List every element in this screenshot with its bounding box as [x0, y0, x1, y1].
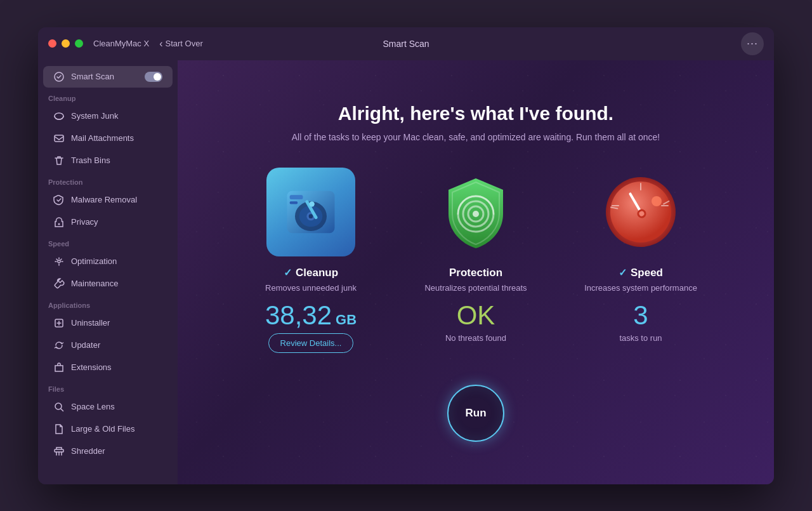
- cleanup-label: ✓ Cleanup: [284, 267, 338, 279]
- uninstaller-label: Uninstaller: [71, 318, 110, 328]
- sidebar-item-space-lens[interactable]: Space Lens: [43, 396, 173, 418]
- mail-attachments-icon: [53, 133, 65, 144]
- nav-back-label: Start Over: [165, 39, 202, 48]
- sidebar: Smart Scan Cleanup System Junk: [38, 60, 178, 484]
- shredder-label: Shredder: [71, 446, 105, 456]
- system-junk-label: System Junk: [71, 111, 118, 121]
- app-title: CleanMyMac X: [93, 39, 149, 48]
- speed-value-row: 3: [633, 300, 648, 333]
- large-old-files-label: Large & Old Files: [71, 424, 134, 434]
- sidebar-item-shredder[interactable]: Shredder: [43, 441, 173, 462]
- smart-scan-toggle[interactable]: [145, 72, 162, 82]
- maintenance-label: Maintenance: [71, 279, 118, 288]
- svg-point-14: [309, 214, 313, 218]
- space-lens-icon: [53, 401, 65, 413]
- protection-value-row: OK: [457, 300, 495, 333]
- section-protection: Protection: [38, 172, 178, 189]
- section-cleanup: Cleanup: [38, 88, 178, 105]
- svg-point-22: [473, 211, 479, 217]
- nav-back-button[interactable]: ‹ Start Over: [159, 38, 203, 50]
- sidebar-item-maintenance[interactable]: Maintenance: [43, 273, 173, 295]
- svg-point-6: [58, 260, 60, 263]
- sidebar-item-updater[interactable]: Updater: [43, 335, 173, 356]
- cleanup-value-row: 38,32 GB: [265, 300, 357, 333]
- updater-label: Updater: [71, 340, 100, 350]
- cleanup-checkmark: ✓: [284, 267, 292, 279]
- titlebar: CleanMyMac X ‹ Start Over Smart Scan ···: [38, 27, 774, 60]
- more-options-button[interactable]: ···: [741, 32, 764, 55]
- system-junk-icon: [53, 110, 65, 122]
- minimize-button[interactable]: [62, 39, 70, 48]
- review-details-button[interactable]: Review Details...: [268, 333, 354, 353]
- close-button[interactable]: [48, 39, 56, 48]
- smart-scan-icon: [53, 71, 65, 83]
- cleanup-card-icon: [266, 168, 355, 256]
- main-content-area: Alright, here's what I've found. All of …: [178, 60, 774, 484]
- sidebar-item-privacy[interactable]: Privacy: [43, 211, 173, 233]
- svg-point-3: [58, 223, 60, 225]
- svg-point-16: [310, 201, 315, 206]
- titlebar-center-title: Smart Scan: [383, 39, 429, 49]
- speed-status: tasks to run: [619, 333, 662, 343]
- protection-card-icon: [431, 168, 520, 256]
- content-area: Smart Scan Cleanup System Junk: [38, 60, 774, 484]
- mail-attachments-label: Mail Attachments: [71, 133, 134, 143]
- protection-label: Protection: [449, 267, 502, 279]
- main-window: CleanMyMac X ‹ Start Over Smart Scan ···…: [38, 27, 774, 484]
- updater-icon: [53, 340, 65, 351]
- malware-removal-label: Malware Removal: [71, 195, 137, 204]
- uninstaller-icon: [53, 317, 65, 329]
- speed-card: ✓ Speed Increases system performance 3 t…: [571, 168, 710, 343]
- privacy-label: Privacy: [71, 217, 98, 227]
- svg-point-33: [652, 196, 662, 206]
- cleanup-card: ✓ Cleanup Removes unneeded junk 38,32 GB…: [241, 168, 381, 353]
- maximize-button[interactable]: [75, 39, 83, 48]
- speed-card-icon: [596, 168, 685, 256]
- sidebar-item-extensions[interactable]: Extensions: [43, 357, 173, 378]
- optimization-icon: [53, 256, 65, 267]
- space-lens-label: Space Lens: [71, 402, 115, 411]
- cleanup-value: 38,32: [265, 300, 332, 331]
- cards-row: ✓ Cleanup Removes unneeded junk 38,32 GB…: [241, 168, 710, 353]
- sidebar-item-malware-removal[interactable]: Malware Removal: [43, 189, 173, 211]
- svg-rect-18: [290, 201, 298, 204]
- svg-rect-17: [290, 195, 303, 199]
- sidebar-item-uninstaller[interactable]: Uninstaller: [43, 312, 173, 334]
- maintenance-icon: [53, 278, 65, 289]
- svg-line-5: [61, 259, 62, 260]
- sidebar-item-optimization[interactable]: Optimization: [43, 251, 173, 272]
- trash-bins-icon: [53, 155, 65, 166]
- sidebar-item-trash-bins[interactable]: Trash Bins: [43, 150, 173, 171]
- section-speed: Speed: [38, 234, 178, 250]
- smart-scan-label: Smart Scan: [71, 72, 114, 81]
- large-old-files-icon: [53, 423, 65, 435]
- trash-bins-label: Trash Bins: [71, 156, 110, 165]
- malware-removal-icon: [53, 194, 65, 206]
- section-applications: Applications: [38, 295, 178, 312]
- optimization-label: Optimization: [71, 256, 117, 266]
- main-title: Alright, here's what I've found.: [338, 103, 613, 124]
- protection-desc: Neutralizes potential threats: [424, 283, 527, 293]
- cleanup-unit: GB: [336, 312, 357, 328]
- shredder-icon: [53, 446, 65, 457]
- speed-value: 3: [633, 300, 648, 331]
- extensions-icon: [53, 362, 65, 373]
- speed-label: ✓ Speed: [619, 267, 663, 279]
- sidebar-item-large-old-files[interactable]: Large & Old Files: [43, 418, 173, 440]
- sidebar-item-smart-scan[interactable]: Smart Scan: [43, 66, 173, 88]
- section-files: Files: [38, 379, 178, 395]
- traffic-lights: [48, 39, 83, 48]
- svg-rect-2: [55, 135, 63, 142]
- back-arrow-icon: ‹: [159, 38, 162, 50]
- speed-desc: Increases system performance: [584, 283, 697, 293]
- protection-status: No threats found: [445, 333, 506, 343]
- protection-card: Protection Neutralizes potential threats…: [406, 168, 546, 343]
- sidebar-item-system-junk[interactable]: System Junk: [43, 105, 173, 127]
- run-button[interactable]: Run: [447, 385, 504, 442]
- speed-checkmark: ✓: [619, 267, 627, 279]
- cleanup-desc: Removes unneeded junk: [265, 283, 357, 293]
- main-subtitle: All of the tasks to keep your Mac clean,…: [292, 132, 660, 142]
- sidebar-item-mail-attachments[interactable]: Mail Attachments: [43, 128, 173, 149]
- privacy-icon: [53, 216, 65, 228]
- main-inner: Alright, here's what I've found. All of …: [178, 90, 774, 455]
